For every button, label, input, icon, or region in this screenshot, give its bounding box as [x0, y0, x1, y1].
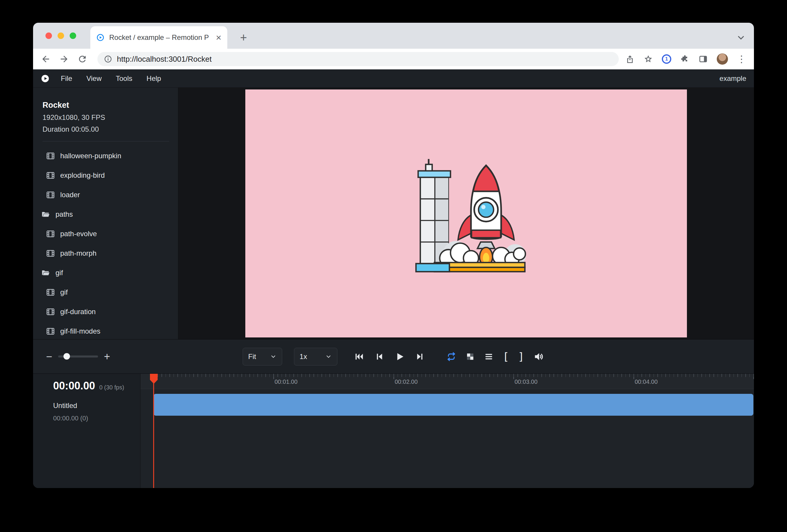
reload-button[interactable]	[77, 54, 87, 64]
sidebar-item-path-evolve[interactable]: path-evolve	[33, 224, 178, 243]
ruler-label: 00:02.00	[395, 379, 418, 385]
forward-button[interactable]	[59, 54, 69, 64]
current-time-display: 00:00.00	[53, 380, 95, 392]
jump-to-start-button[interactable]	[354, 352, 364, 362]
timeline-ruler[interactable]: 00:01.00 00:02.00 00:03.00 00:04.00	[141, 374, 754, 389]
profile-avatar[interactable]	[717, 54, 728, 65]
timeline: 00:00.00 0 (30 fps) Untitled 00:00.00 (0…	[33, 374, 754, 488]
timeline-canvas[interactable]: 00:01.00 00:02.00 00:03.00 00:04.00	[141, 374, 754, 488]
item-label: gif	[56, 269, 63, 277]
url-text: http://localhost:3001/Rocket	[117, 55, 212, 64]
track-name: Untitled	[53, 402, 140, 410]
toolbar-actions: 1 ⋮	[625, 54, 746, 65]
transparency-checkerboard-icon[interactable]	[466, 352, 475, 361]
sidebar-item-gif-fill-modes[interactable]: gif-fill-modes	[33, 321, 178, 339]
zoom-slider-knob[interactable]	[63, 353, 70, 360]
tab-search-chevron-icon[interactable]	[735, 31, 747, 43]
share-icon[interactable]	[625, 54, 635, 64]
window-controls	[45, 33, 76, 39]
remotion-studio: File View Tools Help example Rocket 1920…	[33, 69, 754, 488]
item-label: gif	[60, 288, 68, 296]
sidebar-item-gif[interactable]: gif	[33, 282, 178, 302]
item-label: gif-duration	[60, 307, 95, 316]
sidebar-item-loader[interactable]: loader	[33, 185, 178, 205]
composition-name: Rocket	[43, 101, 169, 110]
site-info-icon[interactable]	[104, 55, 112, 63]
transport-controls	[354, 351, 425, 362]
loop-toggle-icon[interactable]	[446, 351, 457, 362]
play-button[interactable]	[394, 351, 405, 362]
browser-toolbar: http://localhost:3001/Rocket 1 ⋮	[33, 49, 754, 69]
sidebar-folder-gif[interactable]: gif	[33, 263, 178, 282]
minimize-window-button[interactable]	[58, 33, 64, 39]
item-label: halloween-pumpkin	[60, 152, 121, 160]
composition-preview[interactable]	[245, 89, 687, 337]
size-dropdown[interactable]: Fit	[243, 348, 282, 365]
password-extension-icon[interactable]: 1	[662, 54, 671, 64]
composition-resolution: 1920x1080, 30 FPS	[43, 113, 169, 122]
current-frame-display: 0 (30 fps)	[99, 384, 124, 391]
composition-info: Rocket 1920x1080, 30 FPS Duration 00:05.…	[33, 88, 178, 142]
extensions-puzzle-icon[interactable]	[680, 54, 689, 64]
ruler-label: 00:01.00	[275, 379, 298, 385]
timeline-rows-icon[interactable]	[484, 352, 494, 362]
preview-area	[178, 88, 754, 339]
address-bar[interactable]: http://localhost:3001/Rocket	[98, 52, 619, 66]
chevron-down-icon	[325, 354, 332, 360]
film-icon	[46, 327, 55, 336]
timeline-info-panel: 00:00.00 0 (30 fps) Untitled 00:00.00 (0…	[33, 374, 141, 488]
size-dropdown-value: Fit	[248, 353, 256, 361]
zoom-out-icon[interactable]: −	[46, 350, 52, 363]
film-icon	[46, 307, 55, 316]
item-label: exploding-bird	[60, 171, 105, 179]
sidebar-divider	[43, 141, 169, 142]
film-icon	[46, 229, 55, 238]
tab-title: Rocket / example – Remotion P	[109, 34, 211, 42]
volume-icon[interactable]	[533, 351, 544, 362]
sidebar-item-gif-duration[interactable]: gif-duration	[33, 302, 178, 321]
previous-frame-button[interactable]	[374, 352, 384, 362]
app-menubar: File View Tools Help example	[33, 69, 754, 88]
sidebar-item-exploding-bird[interactable]: exploding-bird	[33, 166, 178, 185]
menu-help[interactable]: Help	[139, 75, 168, 83]
compositions-sidebar: Rocket 1920x1080, 30 FPS Duration 00:05.…	[33, 88, 178, 339]
rocket-illustration	[404, 151, 528, 275]
remotion-logo-icon[interactable]	[41, 74, 49, 83]
folder-open-icon	[41, 210, 50, 219]
ruler-label: 00:03.00	[514, 379, 537, 385]
side-panel-icon[interactable]	[698, 54, 708, 64]
next-frame-button[interactable]	[416, 352, 425, 362]
item-label: path-morph	[60, 249, 97, 257]
playback-rate-value: 1x	[300, 353, 307, 361]
zoom-slider[interactable]	[58, 356, 98, 358]
bookmark-star-icon[interactable]	[643, 54, 653, 64]
film-icon	[46, 171, 55, 180]
close-window-button[interactable]	[45, 33, 52, 39]
chevron-down-icon	[270, 354, 277, 360]
browser-menu-icon[interactable]: ⋮	[737, 54, 746, 65]
tab-close-icon[interactable]: ×	[216, 33, 221, 42]
zoom-in-icon[interactable]: +	[104, 350, 110, 363]
out-point-icon[interactable]: ]	[518, 350, 525, 363]
in-point-icon[interactable]: [	[503, 350, 509, 363]
film-icon	[46, 151, 55, 160]
back-button[interactable]	[41, 54, 51, 64]
project-name: example	[719, 75, 746, 83]
zoom-control: − +	[46, 350, 110, 363]
film-icon	[46, 249, 55, 258]
new-tab-button[interactable]: +	[237, 31, 250, 44]
sidebar-item-halloween-pumpkin[interactable]: halloween-pumpkin	[33, 146, 178, 166]
playhead-line[interactable]	[153, 374, 154, 488]
menu-tools[interactable]: Tools	[109, 75, 139, 83]
playback-rate-dropdown[interactable]: 1x	[294, 348, 337, 365]
maximize-window-button[interactable]	[70, 33, 76, 39]
menu-view[interactable]: View	[79, 75, 109, 83]
menu-file[interactable]: File	[54, 75, 79, 83]
preview-tools: [ ]	[446, 350, 544, 363]
composition-list: halloween-pumpkin exploding-bird loader …	[33, 146, 178, 339]
browser-tab[interactable]: Rocket / example – Remotion P ×	[90, 26, 227, 49]
sidebar-item-path-morph[interactable]: path-morph	[33, 243, 178, 263]
sidebar-folder-paths[interactable]: paths	[33, 205, 178, 224]
timeline-track[interactable]	[153, 394, 753, 416]
film-icon	[46, 190, 55, 199]
